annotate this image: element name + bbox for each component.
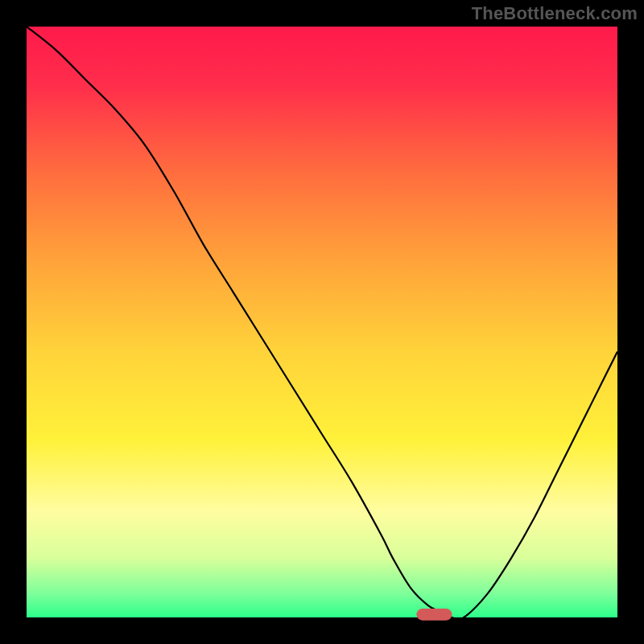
bottleneck-chart bbox=[0, 0, 644, 644]
watermark-text: TheBottleneck.com bbox=[472, 3, 638, 24]
chart-container: TheBottleneck.com bbox=[0, 0, 644, 644]
optimal-marker bbox=[416, 609, 452, 621]
